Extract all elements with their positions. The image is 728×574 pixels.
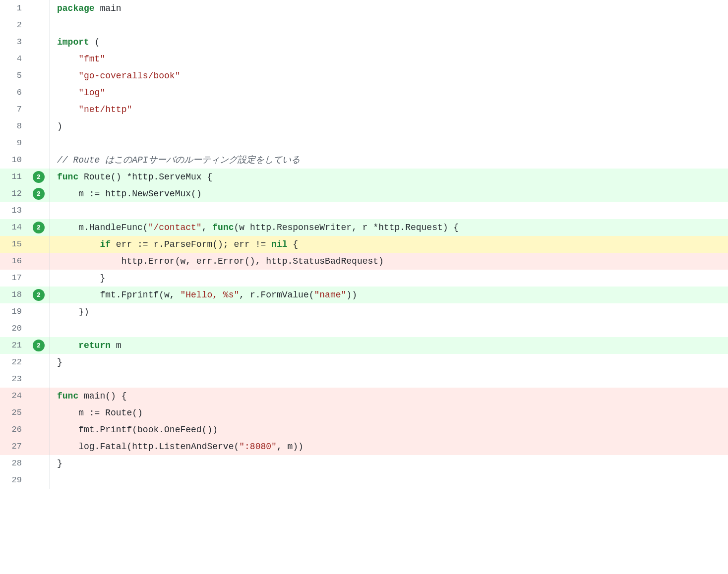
token-txt: )) <box>346 290 357 300</box>
code-line[interactable]: 212 return m <box>0 337 728 354</box>
hit-count-column <box>28 303 50 320</box>
code-line[interactable]: 7 "net/http" <box>0 101 728 118</box>
line-number: 21 <box>0 337 28 354</box>
line-number: 16 <box>0 253 28 270</box>
code-line[interactable]: 8) <box>0 118 728 135</box>
token-str: "log" <box>78 88 105 98</box>
line-number: 22 <box>0 354 28 371</box>
token-txt <box>57 239 100 249</box>
code-line[interactable]: 19 }) <box>0 303 728 320</box>
hit-count-column: 2 <box>28 337 50 354</box>
line-number: 9 <box>0 135 28 152</box>
line-number: 19 <box>0 303 28 320</box>
code-line[interactable]: 6 "log" <box>0 84 728 101</box>
line-number: 12 <box>0 185 28 202</box>
hit-count-badge: 2 <box>33 171 45 183</box>
hit-count-column <box>28 472 50 489</box>
code-line[interactable]: 3import ( <box>0 34 728 51</box>
token-kw: package <box>57 3 95 13</box>
hit-count-column <box>28 404 50 421</box>
token-kw: if <box>100 239 111 249</box>
token-txt: main() { <box>78 391 126 401</box>
token-txt: } <box>57 357 62 367</box>
hit-count-column: 2 <box>28 185 50 202</box>
code-line[interactable]: 2 <box>0 17 728 34</box>
code-content: "log" <box>50 84 728 101</box>
code-content: } <box>50 354 728 371</box>
code-line[interactable]: 29 <box>0 472 728 489</box>
line-number: 20 <box>0 320 28 337</box>
token-txt: ) <box>57 121 62 131</box>
line-number: 27 <box>0 438 28 455</box>
token-str: "Hello, %s" <box>180 290 239 300</box>
code-content: return m <box>50 337 728 354</box>
code-line[interactable]: 5 "go-coveralls/book" <box>0 67 728 84</box>
token-txt: , r.FormValue( <box>239 290 314 300</box>
token-kw: import <box>57 37 89 47</box>
hit-count-column <box>28 320 50 337</box>
code-line[interactable]: 182 fmt.Fprintf(w, "Hello, %s", r.FormVa… <box>0 287 728 303</box>
code-line[interactable]: 20 <box>0 320 728 337</box>
code-line[interactable]: 25 m := Route() <box>0 404 728 421</box>
line-number: 5 <box>0 67 28 84</box>
line-number: 18 <box>0 287 28 303</box>
code-line[interactable]: 22} <box>0 354 728 371</box>
line-number: 24 <box>0 388 28 404</box>
code-line[interactable]: 4 "fmt" <box>0 51 728 67</box>
code-content: "net/http" <box>50 101 728 118</box>
token-txt: log.Fatal(http.ListenAndServe( <box>57 442 239 452</box>
code-line[interactable]: 10// Route はこのAPIサーバのルーティング設定をしている <box>0 152 728 169</box>
code-line[interactable]: 24func main() { <box>0 388 728 404</box>
hit-count-badge: 2 <box>33 340 45 351</box>
token-str: "go-coveralls/book" <box>78 71 180 81</box>
hit-count-column <box>28 421 50 438</box>
hit-count-column <box>28 152 50 169</box>
line-number: 14 <box>0 219 28 236</box>
hit-count-column <box>28 438 50 455</box>
hit-count-column <box>28 388 50 404</box>
line-number: 11 <box>0 169 28 185</box>
token-txt: Route() *http.ServeMux { <box>78 172 212 182</box>
token-txt: m <box>111 341 121 350</box>
code-content: ) <box>50 118 728 135</box>
token-txt: } <box>57 459 62 468</box>
code-content: func main() { <box>50 388 728 404</box>
code-line[interactable]: 17 } <box>0 270 728 287</box>
code-line[interactable]: 112func Route() *http.ServeMux { <box>0 169 728 185</box>
code-content: log.Fatal(http.ListenAndServe(":8080", m… <box>50 438 728 455</box>
token-kw: func <box>57 391 78 401</box>
line-number: 1 <box>0 0 28 17</box>
code-content <box>50 17 728 34</box>
line-number: 23 <box>0 371 28 388</box>
code-line[interactable]: 15 if err := r.ParseForm(); err != nil { <box>0 236 728 253</box>
code-content: m := http.NewServeMux() <box>50 185 728 202</box>
token-txt: fmt.Printf(book.OneFeed()) <box>57 425 218 435</box>
code-line[interactable]: 28} <box>0 455 728 472</box>
code-line[interactable]: 26 fmt.Printf(book.OneFeed()) <box>0 421 728 438</box>
line-number: 8 <box>0 118 28 135</box>
token-txt: , <box>202 223 213 232</box>
code-line[interactable]: 13 <box>0 202 728 219</box>
line-number: 3 <box>0 34 28 51</box>
hit-count-column <box>28 67 50 84</box>
code-line[interactable]: 23 <box>0 371 728 388</box>
code-line[interactable]: 27 log.Fatal(http.ListenAndServe(":8080"… <box>0 438 728 455</box>
code-content: fmt.Fprintf(w, "Hello, %s", r.FormValue(… <box>50 287 728 303</box>
hit-count-column <box>28 118 50 135</box>
token-txt: ( <box>89 37 100 47</box>
token-txt <box>57 341 78 350</box>
code-line[interactable]: 122 m := http.NewServeMux() <box>0 185 728 202</box>
hit-count-column <box>28 455 50 472</box>
code-content <box>50 320 728 337</box>
token-txt <box>57 54 78 64</box>
token-txt: (w http.ResponseWriter, r *http.Request)… <box>234 223 459 232</box>
token-txt: m.HandleFunc( <box>57 223 148 232</box>
hit-count-column <box>28 354 50 371</box>
code-line[interactable]: 1package main <box>0 0 728 17</box>
code-line[interactable]: 142 m.HandleFunc("/contact", func(w http… <box>0 219 728 236</box>
code-content <box>50 371 728 388</box>
token-txt: , m)) <box>277 442 303 452</box>
code-line[interactable]: 9 <box>0 135 728 152</box>
code-line[interactable]: 16 http.Error(w, err.Error(), http.Statu… <box>0 253 728 270</box>
code-content: m.HandleFunc("/contact", func(w http.Res… <box>50 219 728 236</box>
